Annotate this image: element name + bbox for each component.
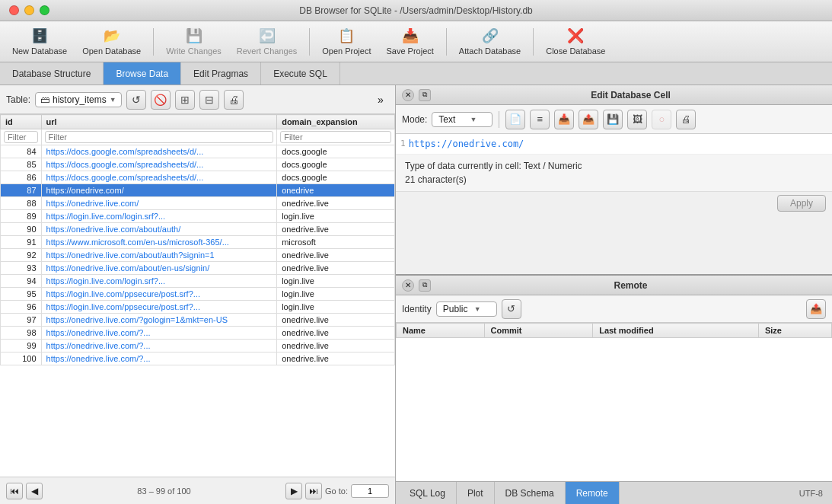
filter-domain-input[interactable] [280,131,391,143]
save-project-button[interactable]: 📥 Save Project [380,24,439,59]
table-row[interactable]: 90https://onedrive.live.com/about/auth/o… [1,223,395,236]
bottom-tab-bar: SQL Log Plot DB Schema Remote UTF-8 [396,481,832,504]
table-row[interactable]: 94https://login.live.com/login.srf?...lo… [1,275,395,288]
filter-url-input[interactable] [45,131,274,143]
remote-table-container[interactable]: Name Commit Last modified Size [396,323,832,481]
cell-char-count: 21 character(s) [405,174,823,185]
bottom-tab-db-schema[interactable]: DB Schema [495,482,566,504]
table-row[interactable]: 96https://login.live.com/ppsecure/post.s… [1,301,395,314]
cell-url: https://onedrive.live.com/?gologin=1&mkt… [41,314,277,327]
cell-id: 87 [1,184,42,197]
tab-execute-sql[interactable]: Execute SQL [261,62,340,85]
cell-value[interactable]: https://onedrive.com/ [409,139,524,149]
bottom-tab-plot[interactable]: Plot [457,482,495,504]
last-page-button[interactable]: ⏭ [305,483,322,499]
apply-button[interactable]: Apply [777,195,826,212]
cell-domain: login.live [277,301,395,314]
table-row[interactable]: 92https://onedrive.live.com/about/auth?s… [1,249,395,262]
table-row[interactable]: 84https://docs.google.com/spreadsheets/d… [1,145,395,158]
table-row[interactable]: 91https://www.microsoft.com/en-us/micros… [1,236,395,249]
bottom-tab-remote[interactable]: Remote [566,482,620,504]
expand-button[interactable]: » [372,91,389,108]
filter-id-input[interactable] [4,131,38,143]
apply-row: Apply [396,191,832,215]
table-row[interactable]: 93https://onedrive.live.com/about/en-us/… [1,262,395,275]
cell-id: 93 [1,262,42,275]
close-database-button[interactable]: ❌ Close Database [540,24,611,59]
remote-panel: ✕ ⧉ Remote Identity Public ▼ ↺ 📤 [396,276,832,481]
prev-page-button[interactable]: ◀ [26,483,43,499]
image-button[interactable]: 🖼 [627,110,647,129]
table-row[interactable]: 95https://login.live.com/ppsecure/post.s… [1,288,395,301]
attach-database-button[interactable]: 🔗 Attach Database [453,24,527,59]
cell-url: https://login.live.com/ppsecure/post.srf… [41,301,277,314]
open-project-icon: 📋 [338,27,355,44]
open-project-button[interactable]: 📋 Open Project [316,24,377,59]
import-button[interactable]: 📥 [554,110,574,129]
page-info: 83 – 99 of 100 [46,486,282,496]
print-cell-button[interactable]: 🖨 [676,110,696,129]
write-changes-button[interactable]: 💾 Write Changes [160,24,228,59]
main-toolbar: 🗄️ New Database 📂 Open Database 💾 Write … [0,21,832,62]
table-row[interactable]: 97https://onedrive.live.com/?gologin=1&m… [1,314,395,327]
identity-label: Identity [402,304,432,314]
first-page-button[interactable]: ⏮ [6,483,23,499]
filter-domain[interactable] [277,129,395,145]
col-header-id: id [1,115,42,129]
print-button[interactable]: 🖨 [224,90,244,110]
delete-record-button[interactable]: ⊟ [199,90,219,110]
table-row[interactable]: 99https://onedrive.live.com/?...onedrive… [1,340,395,352]
revert-changes-button[interactable]: ↩️ Revert Changes [231,24,304,59]
table-row[interactable]: 98https://onedrive.live.com/?...onedrive… [1,327,395,340]
table-icon: 🗃 [40,94,49,105]
edit-cell-float-button[interactable]: ⧉ [419,89,431,101]
data-table-container[interactable]: id url domain_expansion [0,114,395,477]
tab-edit-pragmas[interactable]: Edit Pragmas [181,62,261,85]
edit-cell-close-button[interactable]: ✕ [402,89,414,101]
cell-domain: onedrive.live [277,262,395,275]
refresh-button[interactable]: ↺ [126,90,146,110]
export-button[interactable]: 📤 [579,110,598,129]
table-row[interactable]: 85https://docs.google.com/spreadsheets/d… [1,158,395,171]
tab-database-structure[interactable]: Database Structure [0,62,104,85]
open-database-button[interactable]: 📂 Open Database [76,24,147,59]
table-selector[interactable]: 🗃 history_items ▼ [35,92,122,107]
filter-id[interactable] [1,129,42,145]
title-bar: DB Browser for SQLite - /Users/admin/Des… [0,0,832,21]
table-row[interactable]: 89https://login.live.com/login.srf?...lo… [1,210,395,223]
cell-id: 99 [1,340,42,352]
remote-upload-button[interactable]: 📤 [806,299,826,319]
export-alt-button[interactable]: 💾 [603,110,623,129]
mode-selector[interactable]: Text ▼ [432,112,493,127]
bottom-tab-sql-log[interactable]: SQL Log [399,482,457,504]
filter-button[interactable]: 🚫 [151,90,171,110]
goto-input[interactable] [351,484,389,498]
text-mode-button[interactable]: 📄 [505,110,525,129]
tab-browse-data[interactable]: Browse Data [104,62,181,85]
table-row[interactable]: 88https://onedrive.live.com/onedrive.liv… [1,197,395,210]
remote-close-button[interactable]: ✕ [402,279,414,292]
edit-cell-panel: ✕ ⧉ Edit Database Cell Mode: Text ▼ 📄 ≡ … [396,85,832,276]
maximize-window-button[interactable] [40,5,49,15]
table-row[interactable]: 87https://onedrive.com/onedrive [1,184,395,197]
cell-url: https://onedrive.live.com/about/en-us/si… [41,262,277,275]
cell-id: 86 [1,171,42,184]
remote-float-button[interactable]: ⧉ [419,279,431,292]
cell-id: 90 [1,223,42,236]
table-row[interactable]: 86https://docs.google.com/spreadsheets/d… [1,171,395,184]
wrap-button[interactable]: ≡ [530,110,550,129]
next-page-button[interactable]: ▶ [285,483,302,499]
null-button[interactable]: ○ [652,110,671,129]
cell-url: https://docs.google.com/spreadsheets/d/.… [41,171,277,184]
new-database-icon: 🗄️ [31,27,48,44]
new-database-button[interactable]: 🗄️ New Database [6,24,73,59]
identity-selector[interactable]: Public ▼ [436,301,497,317]
identity-dropdown-arrow: ▼ [474,305,481,313]
new-record-button[interactable]: ⊞ [175,90,195,110]
toolbar-separator-1 [153,28,154,56]
filter-url[interactable] [41,129,277,145]
close-window-button[interactable] [9,5,19,15]
minimize-window-button[interactable] [24,5,34,15]
table-row[interactable]: 100https://onedrive.live.com/?...onedriv… [1,352,395,365]
remote-refresh-button[interactable]: ↺ [502,299,521,319]
